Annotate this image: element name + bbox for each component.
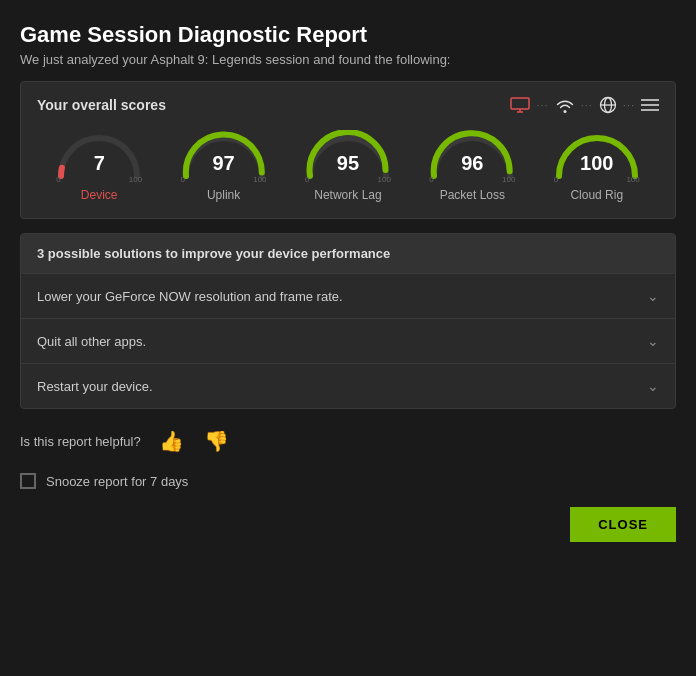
- chevron-down-icon: ⌄: [647, 288, 659, 304]
- solution-item[interactable]: Lower your GeForce NOW resolution and fr…: [21, 273, 675, 318]
- feedback-label: Is this report helpful?: [20, 434, 141, 449]
- bottom-bar: CLOSE: [20, 503, 676, 544]
- solution-item[interactable]: Quit all other apps. ⌄: [21, 318, 675, 363]
- solutions-header: 3 possible solutions to improve your dev…: [21, 234, 675, 273]
- snooze-row: Snooze report for 7 days: [20, 473, 676, 489]
- dots-3: ···: [623, 99, 635, 111]
- page-title: Game Session Diagnostic Report: [20, 22, 676, 48]
- snooze-label: Snooze report for 7 days: [46, 474, 188, 489]
- solutions-panel: 3 possible solutions to improve your dev…: [20, 233, 676, 409]
- list-icon: [641, 98, 659, 112]
- solution-text: Quit all other apps.: [37, 334, 146, 349]
- thumbs-down-button[interactable]: 👎: [202, 427, 231, 455]
- gauge-item: 97 0100 Uplink: [179, 130, 269, 202]
- gauge-item: 7 0100 Device: [54, 130, 144, 202]
- close-button[interactable]: CLOSE: [570, 507, 676, 542]
- globe-icon: [599, 96, 617, 114]
- feedback-row: Is this report helpful? 👍 👎: [20, 423, 676, 459]
- dots-2: ···: [581, 99, 593, 111]
- solution-text: Restart your device.: [37, 379, 153, 394]
- monitor-icon: [510, 97, 530, 113]
- wifi-icon: [555, 97, 575, 113]
- scores-header-title: Your overall scores: [37, 97, 166, 113]
- chevron-down-icon: ⌄: [647, 333, 659, 349]
- page-subtitle: We just analyzed your Asphalt 9: Legends…: [20, 52, 676, 67]
- chevron-down-icon: ⌄: [647, 378, 659, 394]
- solution-item[interactable]: Restart your device. ⌄: [21, 363, 675, 408]
- gauge-item: 96 0100 Packet Loss: [427, 130, 517, 202]
- scores-panel: Your overall scores ···: [20, 81, 676, 219]
- svg-rect-0: [511, 98, 529, 109]
- thumbs-up-button[interactable]: 👍: [157, 427, 186, 455]
- solution-text: Lower your GeForce NOW resolution and fr…: [37, 289, 343, 304]
- gauge-item: 95 0100 Network Lag: [303, 130, 393, 202]
- dots-1: ···: [536, 99, 548, 111]
- gauges-row: 7 0100 Device 97 0100 Uplink: [37, 130, 659, 202]
- gauge-item: 100 0100 Cloud Rig: [552, 130, 642, 202]
- snooze-checkbox[interactable]: [20, 473, 36, 489]
